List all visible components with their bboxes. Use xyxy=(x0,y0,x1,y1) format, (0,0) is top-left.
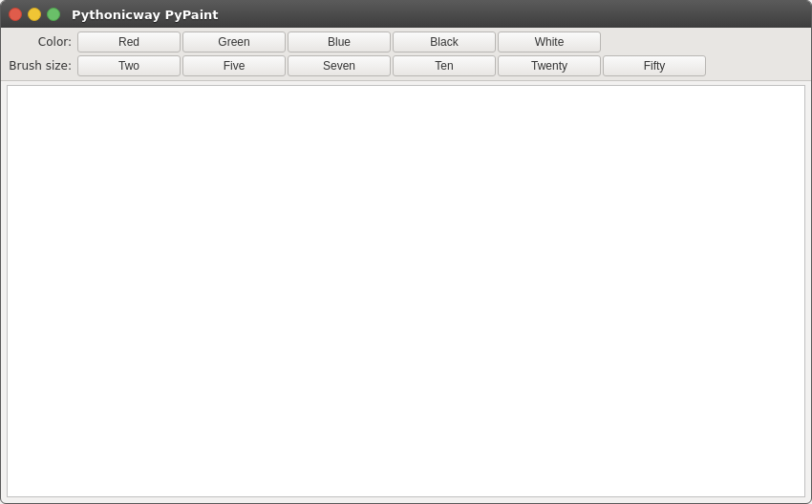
brush-seven-button[interactable]: Seven xyxy=(288,55,391,76)
color-label: Color: xyxy=(7,35,72,49)
color-blue-button[interactable]: Blue xyxy=(288,32,391,52)
minimize-button[interactable] xyxy=(28,8,41,21)
brush-twenty-button[interactable]: Twenty xyxy=(498,55,601,76)
color-white-button[interactable]: White xyxy=(498,32,601,52)
color-red-button[interactable]: Red xyxy=(77,32,181,52)
app-window: Pythonicway PyPaint Color: Red Green Blu… xyxy=(0,0,812,504)
paint-canvas[interactable] xyxy=(7,85,805,497)
brush-ten-button[interactable]: Ten xyxy=(393,55,496,76)
maximize-button[interactable] xyxy=(47,8,60,21)
close-button[interactable] xyxy=(9,8,22,21)
color-row: Color: Red Green Blue Black White xyxy=(7,32,805,52)
color-black-button[interactable]: Black xyxy=(393,32,496,52)
brush-label: Brush size: xyxy=(7,59,72,73)
brush-fifty-button[interactable]: Fifty xyxy=(603,55,706,76)
brush-two-button[interactable]: Two xyxy=(77,55,181,76)
titlebar: Pythonicway PyPaint xyxy=(1,1,811,28)
toolbar: Color: Red Green Blue Black White Brush … xyxy=(1,28,811,81)
color-green-button[interactable]: Green xyxy=(182,32,286,52)
window-title: Pythonicway PyPaint xyxy=(72,8,219,22)
brush-five-button[interactable]: Five xyxy=(182,55,286,76)
brush-row: Brush size: Two Five Seven Ten Twenty Fi… xyxy=(7,55,805,76)
